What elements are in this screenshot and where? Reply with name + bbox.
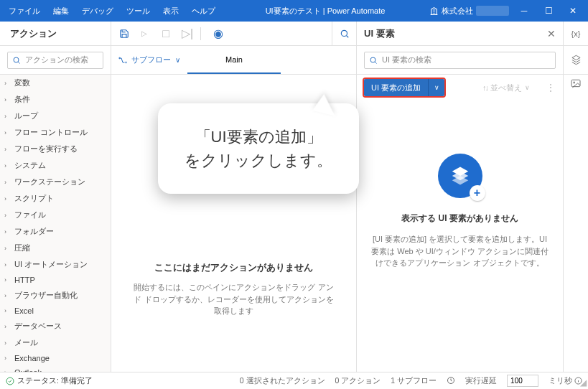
- category-excel[interactable]: ›Excel: [0, 304, 111, 318]
- menu-debug[interactable]: デバッグ: [76, 3, 119, 19]
- sort-label: 並べ替え: [490, 83, 522, 93]
- run-button[interactable]: ▷: [136, 25, 153, 42]
- side-rail-top: {x}: [564, 22, 588, 45]
- window-minimize-button[interactable]: ─: [512, 0, 536, 22]
- actions-panel-header: アクション: [0, 22, 111, 45]
- callout-line1: 「UI要素の追加」: [174, 125, 343, 149]
- ui-empty-title: 表示する UI 要素がありません: [370, 212, 550, 225]
- layers-rail-button-wrap: [564, 46, 588, 74]
- sort-button[interactable]: ↑↓ 並べ替え ∨: [482, 83, 530, 93]
- ui-empty-body: [UI 要素の追加] を選択して要素を追加します。UI 要素は Web や UI…: [370, 233, 550, 269]
- category-http[interactable]: ›HTTP: [0, 273, 111, 287]
- category-workstation[interactable]: ›ワークステーション: [0, 174, 111, 190]
- menu-edit[interactable]: 編集: [47, 3, 75, 19]
- org-label: 株式会社: [442, 6, 473, 17]
- save-button[interactable]: [116, 25, 133, 42]
- stop-button[interactable]: □: [157, 25, 174, 42]
- right-rail: [564, 75, 588, 372]
- ui-panel-close-button[interactable]: ✕: [547, 28, 556, 39]
- search-icon: [369, 56, 378, 65]
- svg-rect-5: [571, 80, 580, 86]
- menu-help[interactable]: ヘルプ: [186, 3, 221, 19]
- category-browser[interactable]: ›ブラウザー自動化: [0, 287, 111, 304]
- subflow-icon: [118, 56, 127, 65]
- add-ui-element-button[interactable]: UI 要素の追加 ∨: [364, 79, 444, 96]
- menu-file[interactable]: ファイル: [3, 3, 46, 19]
- category-outlook[interactable]: ›Outlook: [0, 365, 111, 372]
- category-ui-automation[interactable]: ›UI オートメーション: [0, 256, 111, 273]
- category-file[interactable]: ›ファイル: [0, 207, 111, 223]
- org-name-redacted: [476, 6, 509, 16]
- record-button[interactable]: ◉: [210, 25, 227, 42]
- category-conditions[interactable]: ›条件: [0, 91, 111, 108]
- category-run-flow[interactable]: ›フローを実行する: [0, 141, 111, 157]
- add-ui-element-label: UI 要素の追加: [364, 79, 428, 96]
- step-button[interactable]: ▷|: [179, 25, 196, 42]
- actions-panel-title: アクション: [10, 27, 57, 40]
- category-compress[interactable]: ›圧縮: [0, 240, 111, 256]
- status-bar: ステータス: 準備完了 0 選択されたアクション 0 アクション 1 サブフロー…: [0, 372, 588, 389]
- window-maximize-button[interactable]: ☐: [536, 0, 561, 22]
- top-strip: アクション ▷ □ ▷| ◉ UI 要素 ✕ {x}: [0, 22, 588, 46]
- subflow-dropdown[interactable]: サブフロー ∨: [111, 50, 187, 70]
- add-ui-element-dropdown[interactable]: ∨: [429, 79, 444, 96]
- tutorial-callout: 「UI要素の追加」 をクリックします。: [158, 103, 359, 194]
- category-database[interactable]: ›データベース: [0, 318, 111, 334]
- ui-panel-header: UI 要素 ✕: [357, 22, 564, 45]
- delay-input[interactable]: [507, 375, 538, 387]
- title-bar: ファイル 編集 デバッグ ツール 表示 ヘルプ UI要素のテスト | Power…: [0, 0, 588, 22]
- toolbar-separator: [200, 27, 201, 40]
- more-button[interactable]: ⋮: [546, 82, 556, 93]
- canvas-empty-state: ここにはまだアクションがありません 開始するには、このペインにアクションをドラッ…: [111, 261, 356, 317]
- svg-point-6: [574, 82, 575, 83]
- org-selector[interactable]: 株式会社: [429, 6, 509, 17]
- category-mail[interactable]: ›メール: [0, 334, 111, 351]
- category-variables[interactable]: ›変数: [0, 75, 111, 91]
- ui-panel-title: UI 要素: [364, 27, 395, 40]
- category-loops[interactable]: ›ループ: [0, 108, 111, 124]
- category-folder[interactable]: ›フォルダー: [0, 223, 111, 240]
- svg-point-1: [14, 57, 19, 62]
- ui-search-wrap: UI 要素の検索: [357, 46, 564, 74]
- canvas-search-button[interactable]: [332, 22, 356, 46]
- resize-grip[interactable]: ◢: [580, 378, 587, 388]
- status-ready: ステータス: 準備完了: [6, 376, 93, 386]
- chevron-down-icon: ∨: [525, 84, 530, 91]
- ui-elements-panel: UI 要素の追加 ∨ ↑↓ 並べ替え ∨ ⋮ + 表示する UI 要素がありませ…: [357, 75, 564, 372]
- callout-line2: をクリックします。: [174, 149, 343, 172]
- canvas-toolbar: ▷ □ ▷| ◉: [111, 22, 357, 45]
- window-title: UI要素のテスト | Power Automate: [221, 6, 429, 17]
- ui-empty-state: + 表示する UI 要素がありません [UI 要素の追加] を選択して要素を追加…: [357, 154, 563, 269]
- svg-point-4: [370, 57, 375, 62]
- org-icon: [429, 6, 439, 16]
- plus-badge-icon: +: [470, 185, 485, 201]
- menu-bar: ファイル 編集 デバッグ ツール 表示 ヘルプ: [3, 3, 221, 19]
- actions-search-wrap: アクションの検索: [0, 46, 111, 74]
- images-rail-button[interactable]: [570, 78, 582, 89]
- layers-rail-button[interactable]: [571, 55, 582, 65]
- status-selected-actions: 0 選択されたアクション: [240, 376, 325, 386]
- menu-view[interactable]: 表示: [157, 3, 185, 19]
- subflow-tabs: サブフロー ∨ Main: [111, 46, 357, 74]
- canvas-empty-title: ここにはまだアクションがありません: [111, 261, 356, 274]
- variables-rail-button[interactable]: {x}: [564, 22, 588, 45]
- window-close-button[interactable]: ✕: [561, 0, 585, 22]
- ui-search-input[interactable]: UI 要素の検索: [364, 52, 556, 69]
- ui-panel-toolbar: UI 要素の追加 ∨ ↑↓ 並べ替え ∨ ⋮: [357, 75, 563, 100]
- ui-search-placeholder: UI 要素の検索: [382, 55, 431, 65]
- svg-point-7: [6, 378, 14, 385]
- category-flow-control[interactable]: ›フロー コントロール: [0, 124, 111, 141]
- category-script[interactable]: ›スクリプト: [0, 190, 111, 207]
- actions-tree[interactable]: ›変数 ›条件 ›ループ ›フロー コントロール ›フローを実行する ›システム…: [0, 75, 111, 372]
- category-system[interactable]: ›システム: [0, 157, 111, 174]
- subflow-label: サブフロー: [131, 55, 171, 65]
- delay-icon: [447, 376, 455, 386]
- canvas[interactable]: 「UI要素の追加」 をクリックします。 ここにはまだアクションがありません 開始…: [111, 75, 357, 372]
- menu-tools[interactable]: ツール: [121, 3, 156, 19]
- category-exchange[interactable]: ›Exchange: [0, 351, 111, 365]
- svg-point-3: [126, 62, 127, 63]
- tab-main[interactable]: Main: [187, 46, 281, 74]
- actions-search-placeholder: アクションの検索: [25, 55, 88, 65]
- actions-search-input[interactable]: アクションの検索: [7, 52, 103, 69]
- status-action-count: 0 アクション: [335, 376, 381, 386]
